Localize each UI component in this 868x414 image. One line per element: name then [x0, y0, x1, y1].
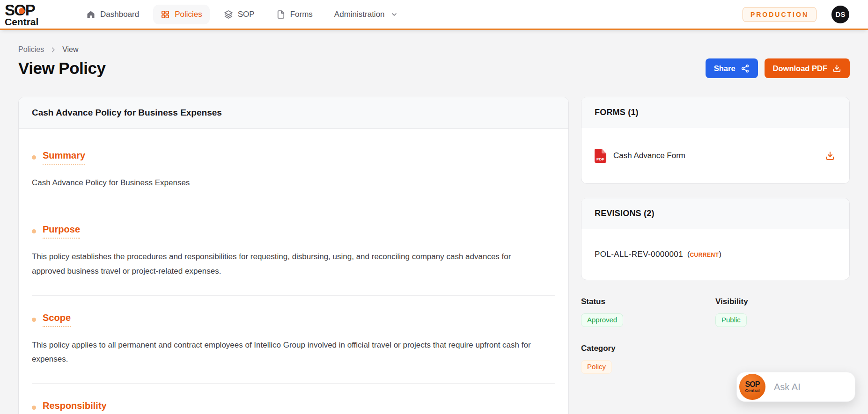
revision-list-item[interactable]: POL-ALL-REV-0000001 CURRENT [595, 250, 836, 259]
visibility-badge: Public [715, 313, 747, 327]
status-badge: Approved [581, 313, 623, 327]
nav-label: Policies [175, 10, 202, 19]
bullet-icon [32, 406, 36, 410]
forms-panel: FORMS (1) PDF Cash Advance Form [581, 97, 850, 184]
revisions-panel-header: REVISIONS (2) [581, 198, 849, 229]
download-icon [832, 64, 841, 73]
nav-item-dashboard[interactable]: Dashboard [79, 5, 147, 24]
bullet-icon [32, 318, 36, 322]
section-scope: Scope This policy applies to all permane… [32, 312, 555, 367]
policy-meta: Status Approved Visibility Public Catego… [581, 297, 850, 374]
forms-panel-body: PDF Cash Advance Form [581, 128, 849, 183]
ask-ai-logo-icon: SOP Central [739, 374, 765, 400]
category-badge: Policy [581, 360, 612, 374]
nav-item-administration[interactable]: Administration [327, 5, 405, 24]
download-pdf-button[interactable]: Download PDF [765, 58, 850, 78]
grid-icon [161, 10, 170, 19]
nav-label: Dashboard [100, 10, 139, 19]
section-responsibility: Responsibility Finance Head Finance Dire… [32, 400, 555, 414]
home-icon [86, 10, 96, 19]
section-divider [32, 383, 555, 384]
nav-label: Administration [334, 10, 385, 19]
layers-icon [224, 10, 233, 19]
share-button-label: Share [714, 64, 736, 73]
revisions-panel-body: POL-ALL-REV-0000001 CURRENT [581, 229, 849, 280]
ask-ai-logo-bottom: Central [745, 389, 759, 393]
logo-text-top: SOP [5, 2, 45, 18]
user-avatar[interactable]: DS [831, 6, 849, 23]
forms-panel-header: FORMS (1) [581, 97, 849, 128]
policy-document-card: Cash Advance Policy for Business Expense… [18, 97, 569, 414]
content-columns: Cash Advance Policy for Business Expense… [18, 97, 850, 414]
page-title: View Policy [18, 59, 105, 78]
forms-panel-title: FORMS (1) [595, 108, 836, 117]
policy-title: Cash Advance Policy for Business Expense… [32, 108, 555, 118]
policy-card-header: Cash Advance Policy for Business Expense… [19, 97, 568, 129]
nav-label: Forms [290, 10, 313, 19]
logo-dot-icon [19, 8, 25, 14]
download-pdf-button-label: Download PDF [773, 64, 827, 73]
side-column: FORMS (1) PDF Cash Advance Form [581, 97, 850, 374]
title-actions: Share Download PDF [706, 58, 850, 78]
section-divider [32, 207, 555, 207]
section-heading-text: Purpose [43, 224, 80, 239]
section-heading: Purpose [32, 224, 555, 239]
meta-status: Status Approved [581, 297, 715, 327]
share-button[interactable]: Share [706, 58, 758, 78]
chevron-right-icon [50, 46, 57, 53]
page-body: Policies View View Policy Share Download… [0, 45, 868, 414]
section-paragraph: This policy applies to all permanent and… [32, 338, 537, 367]
status-label: Status [581, 297, 715, 306]
revision-current-wrap: CURRENT [687, 250, 721, 259]
revision-current-tag: CURRENT [690, 252, 719, 258]
section-heading-text: Responsibility [43, 400, 107, 414]
ask-ai-label: Ask AI [774, 382, 801, 392]
pdf-file-icon-label: PDF [595, 157, 606, 161]
meta-visibility: Visibility Public [715, 297, 850, 327]
ask-ai-button[interactable]: SOP Central Ask AI [736, 372, 855, 402]
breadcrumb-policies[interactable]: Policies [18, 45, 44, 54]
main-nav: Dashboard Policies SOP Forms Administrat… [79, 5, 405, 24]
share-icon [741, 64, 750, 73]
section-paragraph: This policy establishes the procedures a… [32, 250, 537, 278]
download-icon [825, 151, 835, 161]
revisions-panel: REVISIONS (2) POL-ALL-REV-0000001 CURREN… [581, 198, 850, 280]
section-heading: Summary [32, 150, 555, 165]
section-paragraph: Cash Advance Policy for Business Expense… [32, 176, 537, 190]
breadcrumb: Policies View [18, 45, 850, 54]
section-heading: Scope [32, 312, 555, 327]
environment-badge: PRODUCTION [743, 7, 817, 22]
meta-category: Category Policy [581, 344, 715, 374]
section-purpose: Purpose This policy establishes the proc… [32, 224, 555, 278]
file-icon [276, 10, 286, 19]
nav-label: SOP [238, 10, 255, 19]
revision-id[interactable]: POL-ALL-REV-0000001 [595, 250, 683, 259]
nav-item-sop[interactable]: SOP [216, 5, 262, 24]
nav-item-policies[interactable]: Policies [153, 5, 210, 24]
section-heading-text: Summary [43, 150, 85, 165]
form-name[interactable]: Cash Advance Form [613, 151, 685, 160]
ask-ai-logo-top: SOP [745, 381, 760, 388]
bullet-icon [32, 155, 36, 160]
form-list-item[interactable]: PDF Cash Advance Form [595, 149, 836, 163]
bullet-icon [32, 229, 36, 233]
nav-item-forms[interactable]: Forms [269, 5, 320, 24]
app-logo[interactable]: SOP Central [5, 2, 45, 27]
section-heading-text: Scope [43, 312, 71, 327]
section-summary: Summary Cash Advance Policy for Business… [32, 150, 555, 190]
policy-card-body: Summary Cash Advance Policy for Business… [19, 129, 568, 414]
section-heading: Responsibility [32, 400, 555, 414]
section-divider [32, 295, 555, 296]
chevron-down-icon [390, 11, 398, 18]
title-row: View Policy Share Download PDF [18, 58, 850, 78]
revisions-panel-title: REVISIONS (2) [595, 209, 836, 218]
visibility-label: Visibility [715, 297, 850, 306]
category-label: Category [581, 344, 715, 353]
breadcrumb-view: View [62, 45, 78, 54]
logo-text-bottom: Central [5, 17, 45, 27]
topbar-right: PRODUCTION DS [743, 6, 849, 23]
topbar: SOP Central Dashboard Policies SOP Forms… [0, 0, 868, 30]
form-download-button[interactable] [824, 150, 836, 162]
pdf-file-icon: PDF [595, 149, 606, 163]
